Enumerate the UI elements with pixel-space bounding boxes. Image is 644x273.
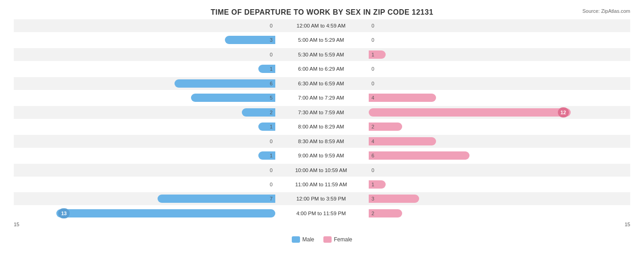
table-row: 048:30 AM to 8:59 AM <box>14 135 630 148</box>
table-row: 606:30 AM to 6:59 AM <box>14 77 630 90</box>
male-value: 1 <box>270 65 273 73</box>
female-value: 3 <box>371 195 374 203</box>
male-label: Male <box>302 236 314 243</box>
male-value: 0 <box>270 166 273 174</box>
male-value: 0 <box>270 180 273 189</box>
male-value: 0 <box>270 22 273 30</box>
male-value: 7 <box>270 195 273 203</box>
time-range-label: 12:00 AM to 4:59 AM <box>275 23 367 28</box>
table-row: 0012:00 AM to 4:59 AM <box>14 19 630 32</box>
male-bar <box>175 79 275 88</box>
table-row: 015:30 AM to 5:59 AM <box>14 48 630 61</box>
male-swatch <box>292 236 300 243</box>
rows-container: 0012:00 AM to 4:59 AM305:00 AM to 5:29 A… <box>14 19 630 220</box>
male-value: 1 <box>270 151 273 160</box>
male-value: 0 <box>270 137 273 145</box>
table-row: 305:00 AM to 5:29 AM <box>14 33 630 46</box>
legend-female: Female <box>323 236 352 243</box>
female-value: 2 <box>371 123 374 131</box>
female-value: 4 <box>371 94 374 102</box>
female-value: 6 <box>371 151 374 160</box>
chart-container: TIME OF DEPARTURE TO WORK BY SEX IN ZIP … <box>0 0 644 273</box>
male-value: 5 <box>270 94 273 102</box>
female-value: 0 <box>371 22 374 30</box>
chart-area: 0012:00 AM to 4:59 AM305:00 AM to 5:29 A… <box>14 19 630 234</box>
table-row: 169:00 AM to 9:59 AM <box>14 149 630 162</box>
male-bar <box>158 195 275 203</box>
legend-male: Male <box>292 236 314 243</box>
male-bar <box>191 94 275 102</box>
time-range-label: 11:00 AM to 11:59 AM <box>275 182 367 187</box>
male-bar <box>258 151 275 160</box>
female-value: 1 <box>371 50 374 59</box>
time-range-label: 12:00 PM to 3:59 PM <box>275 196 367 201</box>
legend: Male Female <box>14 236 630 243</box>
female-badge: 12 <box>558 107 569 117</box>
source-label: Source: ZipAtlas.com <box>582 8 630 14</box>
female-bar <box>369 195 419 203</box>
male-value: 3 <box>270 36 273 44</box>
table-row: 128:00 AM to 8:29 AM <box>14 120 630 133</box>
table-row: 106:00 AM to 6:29 AM <box>14 62 630 75</box>
female-bar <box>369 137 436 145</box>
female-value: 0 <box>371 36 374 44</box>
female-swatch <box>323 236 332 243</box>
female-bar <box>369 94 436 102</box>
table-row: 0010:00 AM to 10:59 AM <box>14 164 630 177</box>
male-bar: 13 <box>56 209 275 217</box>
female-value: 1 <box>371 180 374 189</box>
female-bar <box>369 151 469 160</box>
female-value: 4 <box>371 137 374 145</box>
male-value: 0 <box>270 50 273 59</box>
time-range-label: 9:00 AM to 9:59 AM <box>275 153 367 158</box>
axis-left-label: 15 <box>14 222 19 227</box>
time-range-label: 8:00 AM to 8:29 AM <box>275 124 367 129</box>
time-range-label: 4:00 PM to 11:59 PM <box>275 211 367 216</box>
table-row: 7312:00 PM to 3:59 PM <box>14 192 630 205</box>
axis-right-label: 15 <box>625 222 630 227</box>
time-range-label: 10:00 AM to 10:59 AM <box>275 167 367 173</box>
male-value: 2 <box>270 108 273 117</box>
male-bar <box>258 65 275 73</box>
axis-bottom: 15 15 <box>14 222 630 227</box>
female-value: 0 <box>371 65 374 73</box>
chart-title: TIME OF DEPARTURE TO WORK BY SEX IN ZIP … <box>14 8 630 17</box>
time-range-label: 7:00 AM to 7:29 AM <box>275 95 367 100</box>
time-range-label: 6:00 AM to 6:29 AM <box>275 66 367 72</box>
female-label: Female <box>334 236 352 243</box>
time-range-label: 6:30 AM to 6:59 AM <box>275 81 367 86</box>
male-value: 1 <box>270 123 273 131</box>
table-row: 0111:00 AM to 11:59 AM <box>14 178 630 191</box>
female-value: 0 <box>371 166 374 174</box>
male-value: 6 <box>270 79 273 88</box>
female-value: 0 <box>371 79 374 88</box>
time-range-label: 7:30 AM to 7:59 AM <box>275 110 367 115</box>
table-row: 1324:00 PM to 11:59 PM <box>14 207 630 220</box>
time-range-label: 5:00 AM to 5:29 AM <box>275 37 367 43</box>
male-badge: 13 <box>58 208 69 218</box>
female-value: 2 <box>371 209 374 217</box>
time-range-label: 8:30 AM to 8:59 AM <box>275 139 367 144</box>
time-range-label: 5:30 AM to 5:59 AM <box>275 52 367 57</box>
female-bar: 12 <box>369 108 571 117</box>
table-row: 1227:30 AM to 7:59 AM <box>14 106 630 119</box>
table-row: 547:00 AM to 7:29 AM <box>14 91 630 104</box>
male-bar <box>258 123 275 131</box>
male-bar <box>225 36 275 44</box>
